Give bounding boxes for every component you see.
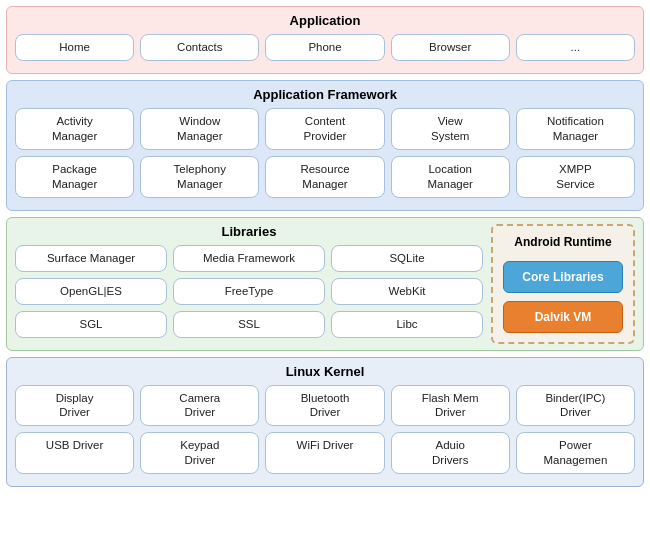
lib-surface-manager[interactable]: Surface Manager (15, 245, 167, 272)
fw-telephony-manager[interactable]: Telephony Manager (140, 156, 259, 198)
libraries-left: Libraries Surface Manager Media Framewor… (15, 224, 483, 344)
kernel-row1: Display Driver Camera Driver Bluetooth D… (15, 385, 635, 427)
fw-notification-manager[interactable]: Notification Manager (516, 108, 635, 150)
kernel-display-driver[interactable]: Display Driver (15, 385, 134, 427)
fw-xmpp-service[interactable]: XMPP Service (516, 156, 635, 198)
libraries-label: Libraries (15, 224, 483, 239)
kernel-binder-ipc-driver[interactable]: Binder(IPC) Driver (516, 385, 635, 427)
kernel-bluetooth-driver[interactable]: Bluetooth Driver (265, 385, 384, 427)
app-btn-phone[interactable]: Phone (265, 34, 384, 61)
lib-libc[interactable]: Libc (331, 311, 483, 338)
kernel-usb-driver[interactable]: USB Driver (15, 432, 134, 474)
app-btn-contacts[interactable]: Contacts (140, 34, 259, 61)
libraries-section: Libraries Surface Manager Media Framewor… (6, 217, 644, 351)
lib-media-framework[interactable]: Media Framework (173, 245, 325, 272)
app-btn-home[interactable]: Home (15, 34, 134, 61)
libraries-row1: Surface Manager Media Framework SQLite (15, 245, 483, 272)
fw-activity-manager[interactable]: Activity Manager (15, 108, 134, 150)
app-btn-browser[interactable]: Browser (391, 34, 510, 61)
kernel-label: Linux Kernel (15, 364, 635, 379)
kernel-flash-mem-driver[interactable]: Flash Mem Driver (391, 385, 510, 427)
framework-row2: Package Manager Telephony Manager Resour… (15, 156, 635, 198)
kernel-wifi-driver[interactable]: WiFi Driver (265, 432, 384, 474)
libraries-row2: OpenGL|ES FreeType WebKit (15, 278, 483, 305)
lib-freetype[interactable]: FreeType (173, 278, 325, 305)
android-runtime: Android Runtime Core Libraries Dalvik VM (491, 224, 635, 344)
kernel-row2: USB Driver Keypad Driver WiFi Driver Adu… (15, 432, 635, 474)
lib-webkit[interactable]: WebKit (331, 278, 483, 305)
fw-package-manager[interactable]: Package Manager (15, 156, 134, 198)
fw-window-manager[interactable]: Window Manager (140, 108, 259, 150)
framework-section: Application Framework Activity Manager W… (6, 80, 644, 211)
kernel-power-management[interactable]: Power Managemen (516, 432, 635, 474)
lib-ssl[interactable]: SSL (173, 311, 325, 338)
application-label: Application (15, 13, 635, 28)
kernel-camera-driver[interactable]: Camera Driver (140, 385, 259, 427)
libraries-row3: SGL SSL Libc (15, 311, 483, 338)
dalvik-vm-btn[interactable]: Dalvik VM (503, 301, 623, 333)
android-runtime-label: Android Runtime (514, 235, 611, 249)
lib-opengl[interactable]: OpenGL|ES (15, 278, 167, 305)
app-btn-more[interactable]: ... (516, 34, 635, 61)
kernel-keypad-driver[interactable]: Keypad Driver (140, 432, 259, 474)
framework-label: Application Framework (15, 87, 635, 102)
fw-content-provider[interactable]: Content Provider (265, 108, 384, 150)
kernel-audio-drivers[interactable]: Aduio Drivers (391, 432, 510, 474)
fw-view-system[interactable]: View System (391, 108, 510, 150)
fw-location-manager[interactable]: Location Manager (391, 156, 510, 198)
kernel-section: Linux Kernel Display Driver Camera Drive… (6, 357, 644, 488)
framework-row1: Activity Manager Window Manager Content … (15, 108, 635, 150)
application-section: Application Home Contacts Phone Browser … (6, 6, 644, 74)
core-libraries-btn[interactable]: Core Libraries (503, 261, 623, 293)
application-buttons: Home Contacts Phone Browser ... (15, 34, 635, 61)
fw-resource-manager[interactable]: Resource Manager (265, 156, 384, 198)
lib-sgl[interactable]: SGL (15, 311, 167, 338)
lib-sqlite[interactable]: SQLite (331, 245, 483, 272)
